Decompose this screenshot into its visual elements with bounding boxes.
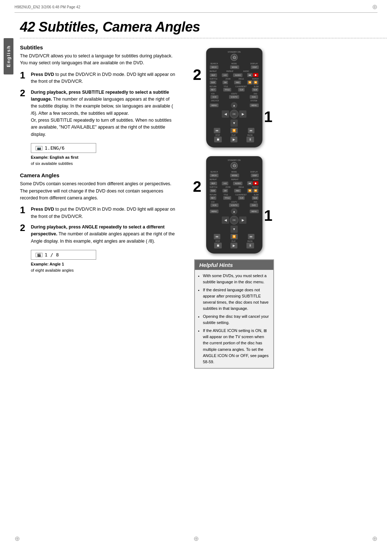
remote-2: STANDBY·ON ⏻ SEARCH MODE DISPLAY SRCH MO… (206, 156, 262, 254)
subtitle-display-box: 📷 1.ENG/6 (31, 143, 96, 153)
remote-top-badge-1: 1 (264, 108, 272, 126)
subtitles-intro: The DVD/VCR allows you to select a langu… (20, 53, 176, 67)
camera-step-2-text: During playback, press ANGLE repeatedly … (31, 224, 176, 245)
camera-angles-intro: Some DVDs contain scenes recorded from d… (20, 181, 176, 202)
camera-step-2: 2 During playback, press ANGLE repeatedl… (20, 224, 176, 245)
subtitles-title: Subtitles (20, 44, 176, 50)
page-meta: H982NUD_EN2 3/2/06 6:48 PM Page 42 (15, 5, 80, 9)
hint-item-2: If the desired language does not appear … (203, 287, 269, 312)
chapter-title: 42 Subtitles, Camera Angles (20, 19, 387, 35)
subtitle-step-1: 1 Press DVD to put the DVD/VCR in DVD mo… (20, 71, 176, 85)
step-1-number: 1 (20, 70, 31, 80)
hint-item-4: If the ANGLE ICON setting is ON, ⊞ will … (203, 328, 269, 365)
step-2-text: During playback, press SUBTITLE repeated… (31, 89, 176, 138)
angle-display-caption: Example: Angle 1 of eight available angl… (31, 261, 176, 273)
remote-bottom-badge-2: 2 (193, 178, 201, 195)
header-crosshair: ⊕ (372, 3, 377, 11)
hint-item-1: With some DVDs, you must select a subtit… (203, 273, 269, 285)
remote-1: STANDBY·ON ⏻ SEARCH MODE DISPLAY SRCH (206, 48, 262, 147)
helpful-hints-box: Helpful Hints With some DVDs, you must s… (194, 259, 274, 369)
dotted-divider (20, 38, 387, 39)
hint-item-3: Opening the disc tray will cancel your s… (203, 313, 269, 326)
subtitle-display-caption: Example: English as first of six availab… (31, 154, 176, 166)
helpful-hints-body: With some DVDs, you must select a subtit… (195, 270, 273, 368)
camera-step-1-number: 1 (20, 205, 31, 215)
bottom-center-crosshair: ⊕ (193, 535, 199, 543)
subtitle-step-2: 2 During playback, press SUBTITLE repeat… (20, 89, 176, 138)
language-tab: English (4, 38, 13, 74)
angle-display-box: 🎬 1 / 8 (31, 250, 96, 260)
camera-angles-title: Camera Angles (20, 172, 176, 178)
remote-top-badge-2: 2 (193, 66, 201, 84)
camera-step-2-number: 2 (20, 223, 31, 232)
camera-step-1: 1 Press DVD to put the DVD/VCR in DVD mo… (20, 206, 176, 220)
bottom-right-crosshair: ⊕ (372, 535, 377, 543)
helpful-hints-header: Helpful Hints (195, 260, 273, 270)
camera-step-1-text: Press DVD to put the DVD/VCR in DVD mode… (31, 206, 176, 220)
step-2-number: 2 (20, 88, 31, 98)
step-1-text: Press DVD to put the DVD/VCR in DVD mode… (31, 71, 176, 85)
bottom-left-crosshair: ⊕ (15, 535, 20, 543)
remote-bottom-badge-1: 1 (264, 207, 272, 224)
